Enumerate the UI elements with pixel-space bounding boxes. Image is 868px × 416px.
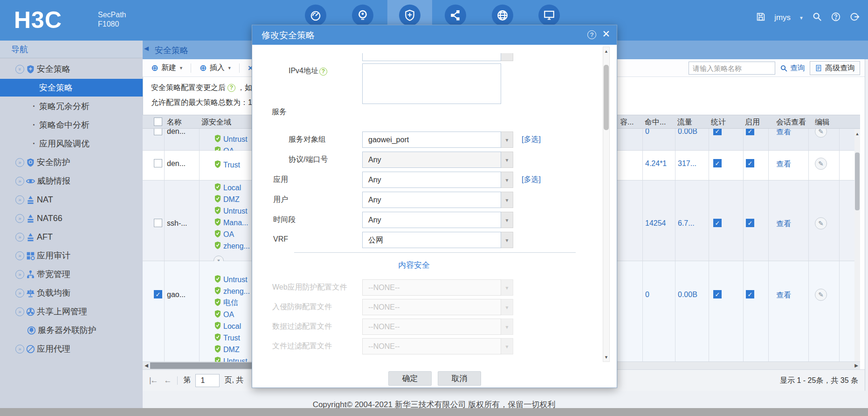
chevron-right-icon[interactable]: »: [15, 289, 24, 298]
sidebar-item-服务器外联防护[interactable]: 服务器外联防护: [0, 321, 143, 340]
sidebar-item-应用风险调优[interactable]: 应用风险调优: [0, 134, 143, 153]
chevron-down-icon[interactable]: »: [15, 65, 24, 74]
chevron-right-icon[interactable]: »: [15, 307, 24, 316]
session-view-link[interactable]: 查看: [776, 291, 791, 300]
dropdown-caret-icon[interactable]: ▼: [501, 152, 513, 168]
chevron-right-icon[interactable]: »: [15, 345, 24, 354]
dropdown-value[interactable]: 公网: [362, 232, 501, 248]
scrollbar-thumb[interactable]: [604, 65, 609, 130]
dropdown-value[interactable]: Any: [362, 172, 501, 188]
scroll-up-icon[interactable]: ▲: [854, 130, 860, 138]
sidebar-item-应用代理[interactable]: »应用代理: [0, 340, 143, 358]
sidebar-item-AFT[interactable]: »AFT: [0, 228, 143, 246]
stats-checkbox[interactable]: ✓: [713, 159, 722, 167]
chevron-right-icon[interactable]: »: [15, 195, 24, 204]
dropdown-服务对象组[interactable]: gaowei_port▼: [362, 132, 513, 148]
scrollbar-thumb[interactable]: [855, 153, 860, 210]
chevron-right-icon[interactable]: »: [15, 233, 24, 242]
dropdown-caret-icon[interactable]: ▼: [501, 172, 513, 188]
chevron-right-icon[interactable]: »: [15, 251, 24, 260]
dropdown-value[interactable]: Any: [362, 152, 501, 168]
user-caret-icon[interactable]: ▼: [799, 15, 804, 21]
enable-checkbox[interactable]: ✓: [746, 159, 754, 167]
session-view-link[interactable]: 查看: [776, 219, 791, 229]
scroll-right-icon[interactable]: ▶: [853, 362, 860, 369]
modal-help-icon[interactable]: ?: [587, 30, 596, 39]
chevron-right-icon[interactable]: »: [15, 270, 24, 279]
sidebar-item-应用审计[interactable]: »应用审计: [0, 246, 143, 265]
query-button[interactable]: 查询: [780, 63, 805, 73]
sidebar-item-安全策略-selected[interactable]: 安全策略: [0, 79, 143, 97]
sidebar-item-负载均衡[interactable]: »负载均衡: [0, 284, 143, 302]
help-circle-icon[interactable]: ?: [227, 84, 235, 92]
prev-page-icon[interactable]: ←: [164, 376, 171, 385]
sidebar-item-带宽管理[interactable]: »带宽管理: [0, 265, 143, 284]
ok-button[interactable]: 确定: [388, 371, 432, 386]
search-icon[interactable]: [812, 12, 822, 24]
dropdown-value[interactable]: Any: [362, 192, 501, 208]
sidebar-item-安全防护[interactable]: »安全防护: [0, 153, 143, 172]
sidebar-item-NAT66[interactable]: »NAT66: [0, 209, 143, 228]
dropdown-协议/端口号[interactable]: Any▼: [362, 152, 513, 168]
enable-checkbox[interactable]: ✓: [746, 290, 754, 298]
page-number-input[interactable]: [195, 374, 220, 387]
sidebar-item-威胁情报[interactable]: »威胁情报: [0, 172, 143, 190]
chevron-right-icon[interactable]: »: [15, 177, 24, 186]
dropdown-value[interactable]: Any: [362, 212, 501, 228]
table-vertical-scrollbar[interactable]: ▲: [854, 129, 860, 361]
cancel-button[interactable]: 取消: [438, 371, 481, 386]
row-checkbox[interactable]: [154, 219, 162, 227]
sidebar-item-安全策略[interactable]: »安全策略: [0, 60, 143, 78]
dropdown-用户[interactable]: Any▼: [362, 192, 513, 208]
sidebar-item-label: 安全策略: [39, 82, 73, 93]
first-page-icon[interactable]: |←: [149, 376, 157, 385]
edit-pencil-icon[interactable]: ✎: [815, 158, 827, 170]
sidebar-item-共享上网管理[interactable]: »共享上网管理: [0, 302, 143, 321]
sidebar-item-策略命中分析[interactable]: 策略命中分析: [0, 116, 143, 134]
row-checkbox[interactable]: [154, 159, 162, 167]
username[interactable]: jmys: [774, 13, 791, 22]
dropdown-caret-icon[interactable]: ▼: [501, 232, 513, 248]
chevron-right-icon[interactable]: »: [15, 214, 24, 223]
edit-pencil-icon[interactable]: ✎: [815, 217, 827, 229]
ipv4-address-textarea[interactable]: [362, 63, 501, 104]
sidebar-item-label: 服务器外联防护: [38, 325, 96, 336]
multi-select-link[interactable]: [多选]: [522, 135, 541, 145]
scroll-up-icon[interactable]: ▲: [603, 48, 609, 55]
tab-security-policy[interactable]: 安全策略: [155, 45, 188, 56]
modal-scrollbar[interactable]: ▲ ▼: [603, 47, 610, 362]
chevron-right-icon[interactable]: »: [15, 158, 24, 167]
session-view-link[interactable]: 查看: [776, 159, 791, 169]
dropdown-caret-icon[interactable]: ▼: [501, 132, 513, 148]
dropdown-caret-icon[interactable]: ▼: [501, 192, 513, 208]
edit-pencil-icon[interactable]: ✎: [815, 289, 827, 301]
logout-icon[interactable]: [849, 12, 860, 24]
modal-close-icon[interactable]: ✕: [602, 28, 610, 40]
select-all-checkbox[interactable]: [154, 118, 162, 126]
sidebar-item-NAT[interactable]: »NAT: [0, 190, 143, 209]
dropdown-VRF[interactable]: 公网▼: [362, 232, 513, 248]
stats-checkbox[interactable]: ✓: [713, 219, 722, 227]
network-icon: [445, 5, 466, 26]
save-icon[interactable]: [756, 12, 766, 24]
scroll-left-icon[interactable]: ◀: [143, 362, 150, 369]
collapse-sidebar-icon[interactable]: ◀: [144, 45, 149, 52]
column-divider: [164, 180, 165, 261]
insert-button[interactable]: ⊕ 插入 ▼: [200, 62, 232, 73]
session-view-link[interactable]: 查看: [776, 127, 791, 137]
stats-checkbox[interactable]: ✓: [713, 290, 722, 298]
dropdown-时间段[interactable]: Any▼: [362, 212, 513, 228]
dropdown-caret-icon[interactable]: ▼: [501, 212, 513, 228]
new-button[interactable]: ⊕ 新建 ▼: [151, 62, 183, 73]
help-circle-icon[interactable]: ?: [319, 68, 327, 76]
multi-select-link[interactable]: [多选]: [522, 175, 541, 185]
dropdown-应用[interactable]: Any▼: [362, 172, 513, 188]
help-icon[interactable]: [831, 12, 841, 24]
policy-search-input[interactable]: [689, 62, 775, 75]
scroll-down-icon[interactable]: ▼: [603, 354, 609, 361]
enable-checkbox[interactable]: ✓: [746, 219, 754, 227]
advanced-query-button[interactable]: 高级查询: [810, 61, 860, 75]
dropdown-value[interactable]: gaowei_port: [362, 132, 501, 148]
row-checkbox[interactable]: ✓: [154, 290, 162, 298]
sidebar-item-策略冗余分析[interactable]: 策略冗余分析: [0, 97, 143, 116]
